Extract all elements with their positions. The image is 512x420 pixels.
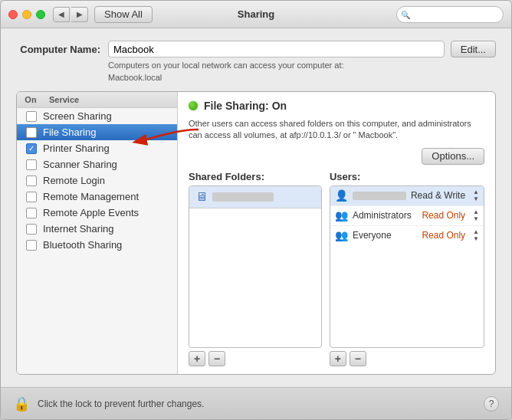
folders-footer: + −	[189, 351, 322, 366]
add-folder-button[interactable]: +	[189, 351, 205, 366]
content-area: Computer Name: Edit... Computers on your…	[1, 28, 511, 387]
internet-sharing-check[interactable]	[26, 224, 37, 235]
remove-folder-button[interactable]: −	[208, 351, 225, 366]
service-item-remote-management[interactable]: Remote Management	[17, 189, 177, 205]
screen-sharing-checkbox[interactable]	[20, 111, 43, 122]
perm-up-1[interactable]: ▲	[473, 189, 479, 195]
internet-sharing-label: Internet Sharing	[43, 223, 174, 235]
maximize-button[interactable]	[36, 10, 45, 19]
main-panel-wrapper: On Service Screen Sharing	[16, 91, 496, 375]
service-item-screen-sharing[interactable]: Screen Sharing	[17, 108, 177, 124]
service-item-printer-sharing[interactable]: ✓ Printer Sharing	[17, 140, 177, 156]
user-icon-3: 👥	[335, 229, 348, 241]
service-item-internet-sharing[interactable]: Internet Sharing	[17, 221, 177, 237]
forward-button[interactable]: ▶	[71, 7, 88, 22]
traffic-lights	[8, 10, 45, 19]
computer-name-section: Computer Name: Edit... Computers on your…	[16, 41, 496, 82]
user-icon-1: 👤	[335, 189, 348, 202]
edit-button[interactable]: Edit...	[451, 41, 496, 57]
computer-name-input-row: Edit...	[108, 41, 496, 57]
on-column-header: On	[17, 94, 44, 106]
cn-local-address: Macbook.local	[108, 73, 496, 82]
close-button[interactable]	[8, 10, 18, 19]
file-sharing-title: File Sharing: On	[204, 100, 287, 112]
right-panel: File Sharing: On Other users can access …	[178, 92, 495, 374]
services-header: On Service	[17, 92, 177, 108]
cn-description: Computers on your local network can acce…	[108, 61, 496, 70]
options-button[interactable]: Options...	[422, 148, 484, 165]
user-item-2[interactable]: 👥 Administrators Read Only ▲ ▼	[330, 206, 484, 226]
remove-user-button[interactable]: −	[350, 351, 366, 366]
computer-name-input[interactable]	[108, 41, 445, 57]
remote-login-checkbox[interactable]	[20, 176, 43, 186]
folder-name-blurred	[212, 192, 274, 202]
printer-sharing-checkbox[interactable]: ✓	[20, 143, 43, 154]
user-icon-2: 👥	[335, 209, 348, 221]
remote-login-label: Remote Login	[43, 175, 174, 186]
file-sharing-check[interactable]	[26, 127, 37, 138]
screen-sharing-check[interactable]	[26, 111, 37, 122]
permission-stepper-2[interactable]: ▲ ▼	[473, 209, 479, 222]
lock-icon[interactable]: 🔒	[13, 395, 30, 412]
help-button[interactable]: ?	[484, 396, 499, 412]
file-sharing-label: File Sharing	[43, 126, 174, 138]
services-list: On Service Screen Sharing	[17, 92, 178, 374]
internet-sharing-checkbox[interactable]	[20, 224, 43, 235]
remote-apple-events-label: Remote Apple Events	[43, 207, 174, 218]
add-user-button[interactable]: +	[330, 351, 346, 366]
users-label: Users:	[330, 171, 484, 182]
perm-down-3[interactable]: ▼	[473, 236, 479, 242]
users-footer: + −	[330, 351, 484, 366]
sharing-window: ◀ ▶ Show All Sharing Computer Name: Edit…	[0, 0, 512, 420]
user-permission-2: Read Only	[422, 210, 465, 221]
status-indicator-green	[189, 101, 198, 110]
folders-users-section: Shared Folders: 🖥 + −	[189, 171, 484, 366]
file-sharing-checkbox[interactable]	[20, 127, 43, 138]
remote-management-check[interactable]	[26, 192, 37, 202]
permission-stepper-3[interactable]: ▲ ▼	[473, 229, 479, 242]
perm-down-1[interactable]: ▼	[473, 196, 479, 202]
scanner-sharing-check[interactable]	[26, 159, 37, 170]
perm-up-3[interactable]: ▲	[473, 229, 479, 235]
bluetooth-sharing-label: Bluetooth Sharing	[43, 239, 174, 251]
back-button[interactable]: ◀	[53, 7, 70, 22]
search-wrapper	[396, 6, 504, 23]
printer-sharing-label: Printer Sharing	[43, 143, 174, 154]
perm-up-2[interactable]: ▲	[473, 209, 479, 215]
service-item-remote-apple-events[interactable]: Remote Apple Events	[17, 205, 177, 221]
remote-management-checkbox[interactable]	[20, 192, 43, 202]
permission-stepper-1[interactable]: ▲ ▼	[473, 189, 479, 202]
service-item-file-sharing[interactable]: File Sharing	[17, 124, 177, 140]
service-item-bluetooth-sharing[interactable]: Bluetooth Sharing	[17, 237, 177, 253]
bluetooth-sharing-check[interactable]	[26, 240, 37, 251]
remote-apple-events-check[interactable]	[26, 208, 37, 218]
shared-folders-column: Shared Folders: 🖥 + −	[189, 171, 322, 366]
show-all-button[interactable]: Show All	[94, 6, 153, 23]
lock-text: Click the lock to prevent further change…	[38, 399, 204, 409]
service-item-scanner-sharing[interactable]: Scanner Sharing	[17, 156, 177, 172]
users-column: Users: 👤 Read & Write ▲ ▼	[330, 171, 484, 366]
main-panel: On Service Screen Sharing	[16, 91, 496, 375]
service-column-header: Service	[44, 94, 177, 106]
user-permission-3: Read Only	[422, 230, 465, 241]
user-item-1[interactable]: 👤 Read & Write ▲ ▼	[330, 186, 484, 206]
folder-item[interactable]: 🖥	[189, 186, 321, 208]
remote-login-check[interactable]	[26, 176, 37, 186]
bluetooth-sharing-checkbox[interactable]	[20, 240, 43, 251]
printer-sharing-check[interactable]: ✓	[26, 143, 37, 154]
file-sharing-header: File Sharing: On	[189, 100, 484, 112]
scanner-sharing-checkbox[interactable]	[20, 159, 43, 170]
bottom-bar: 🔒 Click the lock to prevent further chan…	[1, 387, 511, 419]
perm-down-2[interactable]: ▼	[473, 216, 479, 222]
file-sharing-description: Other users can access shared folders on…	[189, 118, 484, 142]
titlebar: ◀ ▶ Show All Sharing	[1, 1, 511, 28]
minimize-button[interactable]	[22, 10, 31, 19]
user-name-blurred	[353, 192, 406, 200]
shared-folders-label: Shared Folders:	[189, 171, 322, 182]
user-item-3[interactable]: 👥 Everyone Read Only ▲ ▼	[330, 226, 484, 245]
service-item-remote-login[interactable]: Remote Login	[17, 172, 177, 189]
remote-apple-events-checkbox[interactable]	[20, 208, 43, 218]
users-list: 👤 Read & Write ▲ ▼	[330, 185, 484, 348]
search-input[interactable]	[396, 6, 504, 23]
window-title: Sharing	[238, 8, 274, 20]
